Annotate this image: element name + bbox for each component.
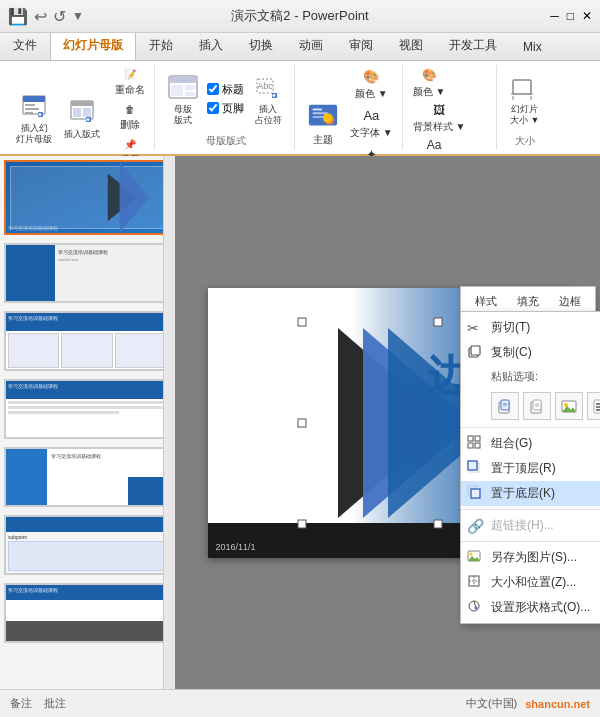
main-area: 学习交流培训基础课程 学习交流培训基础课程 subtitle text 学习交流… [0, 156, 600, 689]
context-menu: ✂ 剪切(T) 复制(C) 粘贴选项: [460, 311, 600, 624]
theme-icon [307, 101, 339, 133]
checkbox-title-row: 标题 [207, 81, 244, 98]
slide-thumb-1[interactable]: 学习交流培训基础课程 [4, 160, 170, 235]
tab-mix[interactable]: Mix [510, 34, 555, 60]
canvas-area: 边编辑 2016/11/1 页脚 样式 填充 边框 ✂ 剪切(T) 复 [175, 156, 600, 689]
svg-rect-71 [468, 443, 473, 448]
slide-date: 2016/11/1 [216, 542, 256, 552]
ribbon-content: 插入幻灯片母版 插入版式 📝重命名 🗑删除 📌保留 编辑母版 [0, 61, 600, 156]
tab-transitions[interactable]: 切换 [236, 31, 286, 60]
theme-button[interactable]: 主题 [303, 99, 343, 149]
menu-send-to-back[interactable]: 置于底层(K) ▶ 置于底层(K) 下移一层(K) [461, 481, 600, 506]
color-button[interactable]: 🎨颜色 ▼ [347, 67, 396, 103]
font-button[interactable]: Aa文字体 ▼ [347, 106, 396, 142]
svg-point-82 [470, 553, 473, 556]
paste-keep-source[interactable] [491, 392, 519, 420]
slide-thumb-6[interactable]: subpoint [4, 515, 170, 575]
svg-rect-49 [298, 520, 306, 528]
redo-icon[interactable]: ↺ [53, 7, 66, 26]
checkbox-footer-row: 页脚 [207, 100, 244, 117]
svg-rect-74 [468, 461, 477, 470]
svg-rect-45 [434, 318, 442, 326]
slide-thumb-7[interactable]: 学习交流培训基础课程 [4, 583, 170, 643]
slide-size-button[interactable]: 幻灯片大小 ▼ [505, 70, 545, 128]
menu-bring-to-front[interactable]: 置于顶层(R) ▶ [461, 456, 600, 481]
checkbox-title-label: 标题 [222, 82, 244, 97]
ribbon-group-master-layout: 母版版式 标题 页脚 Abc 插入占位符 母版版式 [157, 65, 295, 150]
master-layout-button[interactable]: 母版版式 [163, 70, 203, 128]
menu-hyperlink[interactable]: 🔗 超链接(H)... [461, 513, 600, 538]
slide-thumb-2[interactable]: 学习交流培训基础课程 subtitle text [4, 243, 170, 303]
insert-placeholder-button[interactable]: Abc 插入占位符 [248, 70, 288, 128]
checkbox-footer[interactable] [207, 102, 219, 114]
fill-button[interactable]: 填充 [509, 291, 547, 312]
titlebar-controls: 💾 ↩ ↺ ▼ [8, 7, 84, 26]
maximize-button[interactable]: □ [567, 9, 574, 23]
menu-paste-options [461, 388, 600, 424]
tab-view[interactable]: 视图 [386, 31, 436, 60]
svg-marker-37 [120, 162, 150, 233]
master-edit-small-buttons: 📝重命名 🗑删除 📌保留 [108, 67, 148, 169]
svg-rect-53 [471, 346, 480, 355]
insert-slide-master-button[interactable]: 插入幻灯片母版 [12, 89, 56, 147]
undo-icon[interactable]: ↩ [34, 7, 47, 26]
paste-text-only[interactable] [587, 392, 600, 420]
tab-file[interactable]: 文件 [0, 31, 50, 60]
notes-button[interactable]: 备注 [10, 696, 32, 711]
lang-indicator: 中文(中国) [466, 696, 517, 711]
menu-format-shape[interactable]: 设置形状格式(O)... [461, 595, 600, 620]
menu-save-picture[interactable]: 另存为图片(S)... [461, 545, 600, 570]
paste-dest-theme[interactable] [523, 392, 551, 420]
menu-cut[interactable]: ✂ 剪切(T) [461, 315, 600, 340]
tab-review[interactable]: 审阅 [336, 31, 386, 60]
cut-icon: ✂ [467, 320, 479, 336]
menu-size-position[interactable]: 大小和位置(Z)... [461, 570, 600, 595]
statusbar-right: 中文(中国) shancun.net [466, 696, 590, 711]
copy-icon [467, 344, 481, 361]
menu-group[interactable]: 组合(G) ▶ [461, 431, 600, 456]
tab-home[interactable]: 开始 [136, 31, 186, 60]
minimize-button[interactable]: ─ [550, 9, 559, 23]
svg-rect-11 [83, 108, 91, 117]
menu-copy[interactable]: 复制(C) [461, 340, 600, 365]
svg-point-63 [564, 403, 568, 407]
insert-layout-button[interactable]: 插入版式 [60, 94, 104, 143]
statusbar: 备注 批注 中文(中国) shancun.net [0, 689, 600, 717]
group-edit-master-content: 插入幻灯片母版 插入版式 📝重命名 🗑删除 📌保留 [12, 67, 148, 169]
svg-rect-69 [468, 436, 473, 441]
tab-slide-master[interactable]: 幻灯片母版 [50, 30, 136, 60]
rename-button[interactable]: 📝重命名 [112, 67, 148, 99]
close-button[interactable]: ✕ [582, 9, 592, 23]
border-button[interactable]: 边框 [551, 291, 589, 312]
comment-button[interactable]: 批注 [44, 696, 66, 711]
separator-3 [461, 541, 600, 542]
tab-animations[interactable]: 动画 [286, 31, 336, 60]
format-shape-icon [467, 599, 481, 616]
checkbox-group: 标题 页脚 [207, 81, 244, 117]
more-icon[interactable]: ▼ [72, 9, 84, 23]
paste-picture[interactable] [555, 392, 583, 420]
group-icon [467, 435, 481, 452]
ribbon-group-edit-master: 插入幻灯片母版 插入版式 📝重命名 🗑删除 📌保留 编辑母版 [6, 65, 155, 150]
bg-color-button[interactable]: 🎨颜色 ▼ [411, 67, 448, 100]
style-button[interactable]: 样式 [467, 291, 505, 312]
svg-rect-70 [475, 436, 480, 441]
svg-rect-17 [171, 85, 183, 96]
delete-button[interactable]: 🗑删除 [112, 102, 148, 134]
slide-thumb-5[interactable]: 学习交流培训基础课程 [4, 447, 170, 507]
slide-thumb-3[interactable]: 学习交流培训基础课程 [4, 311, 170, 371]
save-icon[interactable]: 💾 [8, 7, 28, 26]
bg-style-button[interactable]: 🖼背景样式 ▼ [411, 102, 468, 135]
tab-insert[interactable]: 插入 [186, 31, 236, 60]
checkbox-footer-label: 页脚 [222, 101, 244, 116]
slide-thumb-4[interactable]: 学习交流培训基础课程 [4, 379, 170, 439]
titlebar: 💾 ↩ ↺ ▼ 演示文稿2 - PowerPoint ─ □ ✕ [0, 0, 600, 33]
size-position-icon [467, 574, 481, 591]
svg-text:Abc: Abc [257, 81, 273, 91]
vertical-scrollbar[interactable] [163, 156, 175, 689]
ribbon-tabs: 文件 幻灯片母版 开始 插入 切换 动画 审阅 视图 开发工具 Mix [0, 33, 600, 61]
group-label-master-layout: 母版版式 [206, 130, 246, 148]
checkbox-title[interactable] [207, 83, 219, 95]
tab-developer[interactable]: 开发工具 [436, 31, 510, 60]
menu-paste-header: 粘贴选项: [461, 365, 600, 388]
